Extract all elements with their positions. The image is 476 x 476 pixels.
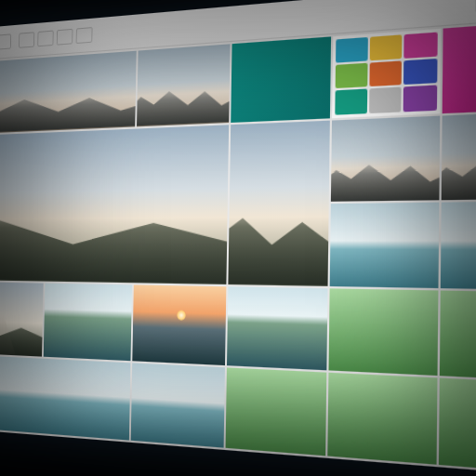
swatch[interactable] [336, 63, 367, 89]
image-thumbnail[interactable] [226, 368, 327, 456]
image-thumbnail[interactable] [440, 201, 476, 290]
swatch[interactable] [403, 59, 437, 85]
image-thumbnail[interactable] [231, 36, 331, 122]
image-grid [0, 18, 476, 476]
image-thumbnail[interactable] [442, 20, 476, 113]
toolbar-view-group [19, 27, 92, 48]
toolbar-button[interactable] [37, 31, 53, 47]
image-thumbnail[interactable] [227, 286, 328, 371]
image-thumbnail[interactable] [0, 355, 130, 441]
image-thumbnail[interactable] [441, 111, 476, 201]
swatch[interactable] [369, 87, 402, 113]
toolbar-button[interactable] [19, 32, 34, 48]
image-thumbnail[interactable] [439, 378, 476, 474]
image-thumbnail[interactable] [228, 120, 330, 286]
image-thumbnail[interactable] [0, 51, 136, 134]
image-thumbnail[interactable] [331, 115, 440, 202]
swatch[interactable] [336, 37, 367, 63]
swatch[interactable] [336, 89, 367, 114]
image-thumbnail[interactable] [0, 282, 44, 357]
image-thumbnail[interactable] [132, 284, 226, 365]
swatch[interactable] [369, 61, 402, 87]
swatch-grid [332, 29, 440, 118]
image-thumbnail[interactable] [0, 125, 229, 284]
toolbar-nav-group [0, 33, 11, 51]
image-thumbnail[interactable] [439, 290, 476, 381]
swatch[interactable] [403, 86, 437, 112]
image-thumbnail[interactable] [330, 203, 439, 288]
swatch[interactable] [403, 33, 437, 60]
toolbar-button[interactable] [0, 33, 11, 49]
color-swatch-panel[interactable] [332, 29, 440, 118]
image-thumbnail[interactable] [329, 288, 438, 376]
toolbar-button[interactable] [57, 29, 73, 46]
image-thumbnail[interactable] [137, 44, 231, 126]
swatch[interactable] [369, 34, 402, 60]
toolbar-button[interactable] [76, 27, 93, 44]
app-window [0, 0, 476, 476]
image-thumbnail[interactable] [44, 283, 132, 361]
image-thumbnail[interactable] [328, 373, 437, 464]
image-thumbnail[interactable] [130, 364, 225, 448]
